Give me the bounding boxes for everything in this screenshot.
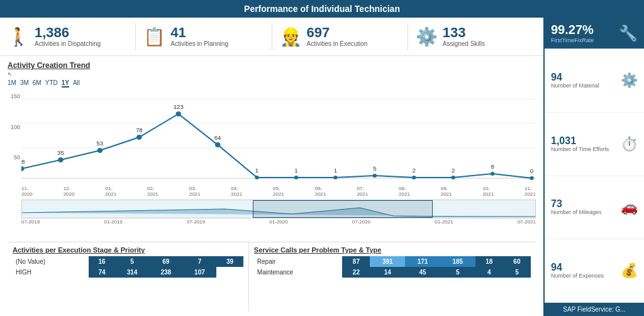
expenses-value: 94 bbox=[551, 262, 604, 273]
service-calls-table: Repair 87 391 171 185 18 60 Maintenance … bbox=[254, 256, 531, 278]
ftf-value: 99.27% bbox=[551, 23, 594, 37]
table-cell: 87 bbox=[342, 256, 370, 267]
chart-wrapper: 150 100 50 bbox=[8, 90, 536, 242]
svg-text:53: 53 bbox=[96, 140, 103, 147]
time-filter-group: 1M 3M 6M YTD 1Y All bbox=[8, 79, 536, 87]
planning-label: Activities in Planning bbox=[170, 40, 228, 48]
filter-1m[interactable]: 1M bbox=[8, 79, 16, 87]
metric-material: 94 Number of Material ⚙️ bbox=[545, 49, 644, 113]
table-cell: 5 bbox=[440, 267, 475, 278]
chart-title: Activity Creation Trend bbox=[8, 61, 536, 70]
table-cell: 74 bbox=[89, 267, 116, 278]
dispatching-icon: 🚶 bbox=[8, 26, 30, 47]
table-cell: 69 bbox=[149, 256, 183, 267]
svg-point-14 bbox=[412, 176, 416, 179]
svg-text:64: 64 bbox=[214, 135, 221, 141]
expenses-icon: 💰 bbox=[621, 262, 638, 279]
material-icon: ⚙️ bbox=[621, 72, 638, 89]
first-time-fix-card: 99.27% FirstTimeFixRate 🔧 bbox=[545, 18, 644, 49]
svg-point-9 bbox=[215, 142, 221, 147]
filter-6m[interactable]: 6M bbox=[33, 79, 42, 87]
svg-text:123: 123 bbox=[174, 104, 184, 110]
dispatching-value: 1,386 bbox=[35, 25, 101, 40]
page-title: Performance of Individual Technician bbox=[244, 4, 400, 14]
time-efforts-icon: ⏱️ bbox=[621, 136, 638, 152]
service-calls-title: Service Calls per Problem Type & Type bbox=[254, 246, 531, 254]
material-label: Number of Material bbox=[551, 82, 599, 89]
metric-expenses: 94 Number of Expenses 💰 bbox=[545, 239, 644, 303]
execution-label: Activities in Execution bbox=[307, 40, 368, 48]
svg-point-17 bbox=[530, 176, 533, 180]
filter-ytd[interactable]: YTD bbox=[45, 79, 58, 87]
left-panel: 🚶 1,386 Activities in Dispatching 📋 41 A… bbox=[0, 18, 543, 316]
kpi-row: 🚶 1,386 Activities in Dispatching 📋 41 A… bbox=[0, 18, 543, 56]
execution-icon: 👷 bbox=[280, 26, 302, 47]
planning-icon: 📋 bbox=[143, 26, 165, 47]
activities-table-title: Activities per Execution Stage & Priorit… bbox=[13, 246, 243, 254]
filter-3m[interactable]: 3M bbox=[20, 79, 29, 87]
table-cell: 60 bbox=[503, 256, 531, 267]
svg-text:35: 35 bbox=[57, 150, 64, 156]
svg-text:2: 2 bbox=[413, 167, 416, 174]
svg-text:78: 78 bbox=[136, 127, 143, 133]
table-cell: 185 bbox=[440, 256, 475, 267]
table-cell: 5 bbox=[503, 267, 531, 278]
activities-table: (No Value) 16 5 69 7 39 HIGH 74 314 bbox=[13, 256, 243, 278]
service-calls-section: Service Calls per Problem Type & Type Re… bbox=[249, 242, 536, 311]
table-cell: 5 bbox=[115, 256, 149, 267]
table-cell: 45 bbox=[405, 267, 440, 278]
page-header: Performance of Individual Technician bbox=[0, 0, 644, 18]
ftf-label: FirstTimeFixRate bbox=[551, 37, 594, 43]
table-row: Maintenance 22 14 45 5 4 5 bbox=[254, 267, 531, 278]
skills-icon: ⚙️ bbox=[416, 26, 438, 47]
skills-label: Assigned Skills bbox=[443, 40, 485, 48]
dispatching-label: Activities in Dispatching bbox=[35, 40, 101, 48]
svg-text:0: 0 bbox=[530, 168, 533, 174]
minimap-selection bbox=[253, 200, 433, 218]
mileages-icon: 🚗 bbox=[621, 199, 638, 215]
svg-text:2: 2 bbox=[452, 167, 455, 174]
sap-label: SAP FieldService: G... bbox=[563, 306, 625, 313]
expenses-label: Number of Expenses bbox=[551, 273, 604, 279]
svg-text:1: 1 bbox=[255, 167, 258, 174]
mileages-label: Number of Mileages bbox=[551, 209, 602, 215]
table-cell: 391 bbox=[370, 256, 405, 267]
svg-point-4 bbox=[21, 166, 24, 171]
time-efforts-label: Number of Time Efforts bbox=[551, 146, 609, 152]
x-axis-labels: 11-2020 12-2020 01-2021 02-2021 03-2021 … bbox=[21, 186, 536, 197]
planning-value: 41 bbox=[170, 25, 228, 40]
metric-time-efforts: 1,031 Number of Time Efforts ⏱️ bbox=[545, 113, 644, 176]
chart-subtitle: ↖ bbox=[8, 71, 536, 77]
row-label-repair: Repair bbox=[254, 256, 343, 267]
table-row: (No Value) 16 5 69 7 39 bbox=[13, 256, 243, 267]
table-cell: 107 bbox=[183, 267, 217, 278]
chart-minimap[interactable] bbox=[21, 200, 536, 218]
ftf-icon: 🔧 bbox=[619, 25, 638, 42]
row-label-no-value: (No Value) bbox=[13, 256, 89, 267]
table-row: HIGH 74 314 238 107 bbox=[13, 267, 243, 278]
table-cell: 314 bbox=[115, 267, 149, 278]
kpi-skills: ⚙️ 133 Assigned Skills bbox=[408, 23, 543, 50]
svg-point-5 bbox=[58, 157, 64, 162]
bottom-tables: Activities per Execution Stage & Priorit… bbox=[8, 242, 536, 311]
sap-footer: SAP FieldService: G... bbox=[545, 303, 644, 316]
svg-text:18: 18 bbox=[21, 159, 25, 165]
activities-table-section: Activities per Execution Stage & Priorit… bbox=[8, 242, 249, 311]
svg-point-7 bbox=[136, 135, 142, 140]
svg-point-15 bbox=[451, 176, 455, 179]
filter-all[interactable]: All bbox=[73, 79, 80, 87]
svg-point-8 bbox=[175, 111, 181, 116]
table-cell: 7 bbox=[183, 256, 217, 267]
svg-point-12 bbox=[333, 176, 337, 179]
skills-value: 133 bbox=[443, 25, 485, 40]
minimap-labels: 07-2018 01-2019 07-2019 01-2020 07-2020 … bbox=[21, 219, 536, 225]
y-axis: 150 100 50 bbox=[8, 93, 20, 184]
right-sidebar: 99.27% FirstTimeFixRate 🔧 94 Number of M… bbox=[543, 18, 644, 316]
svg-text:1: 1 bbox=[334, 167, 337, 174]
svg-point-10 bbox=[255, 176, 258, 179]
table-cell: 238 bbox=[149, 267, 183, 278]
filter-1y[interactable]: 1Y bbox=[62, 79, 69, 87]
metric-mileages: 73 Number of Mileages 🚗 bbox=[545, 176, 644, 240]
svg-point-11 bbox=[294, 176, 298, 179]
svg-text:5: 5 bbox=[373, 166, 376, 172]
